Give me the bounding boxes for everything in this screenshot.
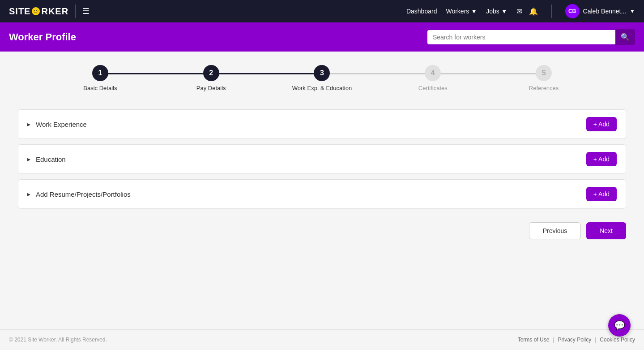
user-divider — [551, 4, 552, 18]
previous-button[interactable]: Previous — [529, 222, 581, 239]
logo[interactable]: SITE😊RKER — [9, 6, 68, 17]
logo-site: SITE — [9, 6, 30, 17]
footer-links: Terms of Use | Privacy Policy | Cookies … — [518, 337, 635, 343]
step-3: 3 Work Exp. & Education — [267, 65, 378, 91]
copyright: © 2021 Site Worker. All Rights Reserved. — [9, 337, 107, 343]
step-3-circle: 3 — [314, 65, 330, 81]
logo-smiley-icon: 😊 — [32, 7, 40, 15]
jobs-chevron-icon: ▼ — [501, 8, 508, 15]
step-2: 2 Pay Details — [156, 65, 267, 91]
education-chevron-icon[interactable]: ▸ — [27, 156, 30, 163]
search-container: 🔍 — [427, 29, 635, 45]
nav-links: Dashboard Workers ▼ Jobs ▼ ✉ 🔔 CB Caleb … — [406, 4, 635, 18]
step-3-label: Work Exp. & Education — [292, 85, 352, 91]
work-experience-add-button[interactable]: + Add — [586, 117, 617, 131]
work-experience-chevron-icon[interactable]: ▸ — [27, 121, 30, 128]
step-4-label: Certificates — [418, 85, 448, 91]
stepper: 1 Basic Details 2 Pay Details 3 Work Exp… — [18, 65, 626, 91]
navigation-buttons: Previous Next — [18, 222, 626, 239]
section-left: ▸ Work Experience — [27, 121, 87, 128]
avatar: CB — [565, 4, 580, 18]
navbar: SITE😊RKER ☰ Dashboard Workers ▼ Jobs ▼ ✉… — [0, 0, 644, 22]
hamburger-menu-icon[interactable]: ☰ — [82, 6, 90, 16]
resume-section: ▸ Add Resume/Projects/Portfolios + Add — [18, 179, 626, 209]
mail-icon[interactable]: ✉ — [516, 7, 522, 16]
step-1: 1 Basic Details — [45, 65, 156, 91]
step-5-label: References — [529, 85, 559, 91]
privacy-policy-link[interactable]: Privacy Policy — [558, 337, 591, 343]
step-2-label: Pay Details — [196, 85, 226, 91]
nav-workers[interactable]: Workers ▼ — [446, 8, 477, 15]
sep-2: | — [595, 337, 596, 343]
nav-jobs[interactable]: Jobs ▼ — [486, 8, 507, 15]
nav-divider — [75, 4, 76, 18]
step-5-circle: 5 — [536, 65, 552, 81]
workers-chevron-icon: ▼ — [471, 8, 477, 15]
sep-1: | — [553, 337, 554, 343]
next-button[interactable]: Next — [586, 222, 626, 239]
step-4: 4 Certificates — [377, 65, 488, 91]
step-2-circle: 2 — [203, 65, 219, 81]
bell-icon[interactable]: 🔔 — [529, 7, 538, 16]
user-menu[interactable]: CB Caleb Bennet... ▼ — [565, 4, 635, 18]
chat-widget[interactable]: 💬 — [608, 314, 631, 337]
cookies-policy-link[interactable]: Cookies Policy — [600, 337, 635, 343]
section-left: ▸ Add Resume/Projects/Portfolios — [27, 190, 131, 198]
user-chevron-icon: ▼ — [630, 8, 635, 14]
education-section: ▸ Education + Add — [18, 144, 626, 174]
education-title: Education — [36, 156, 66, 163]
logo-rker: RKER — [41, 6, 68, 17]
nav-dashboard[interactable]: Dashboard — [406, 8, 437, 15]
step-4-circle: 4 — [425, 65, 441, 81]
search-input[interactable] — [427, 30, 615, 44]
page-header: Worker Profile 🔍 — [0, 22, 644, 52]
resume-add-button[interactable]: + Add — [586, 187, 617, 201]
terms-of-use-link[interactable]: Terms of Use — [518, 337, 550, 343]
section-left: ▸ Education — [27, 156, 66, 163]
work-experience-section: ▸ Work Experience + Add — [18, 109, 626, 139]
navbar-icons: ✉ 🔔 — [516, 7, 538, 16]
resume-chevron-icon[interactable]: ▸ — [27, 190, 30, 198]
work-experience-title: Work Experience — [36, 121, 87, 128]
education-add-button[interactable]: + Add — [586, 152, 617, 166]
footer: © 2021 Site Worker. All Rights Reserved.… — [0, 329, 644, 350]
step-5: 5 References — [488, 65, 599, 91]
main-content: 1 Basic Details 2 Pay Details 3 Work Exp… — [0, 52, 644, 329]
search-button[interactable]: 🔍 — [615, 29, 635, 45]
step-1-label: Basic Details — [83, 85, 117, 91]
resume-title: Add Resume/Projects/Portfolios — [36, 190, 131, 198]
step-1-circle: 1 — [92, 65, 108, 81]
page-title: Worker Profile — [9, 31, 76, 43]
user-name: Caleb Bennet... — [583, 8, 627, 15]
